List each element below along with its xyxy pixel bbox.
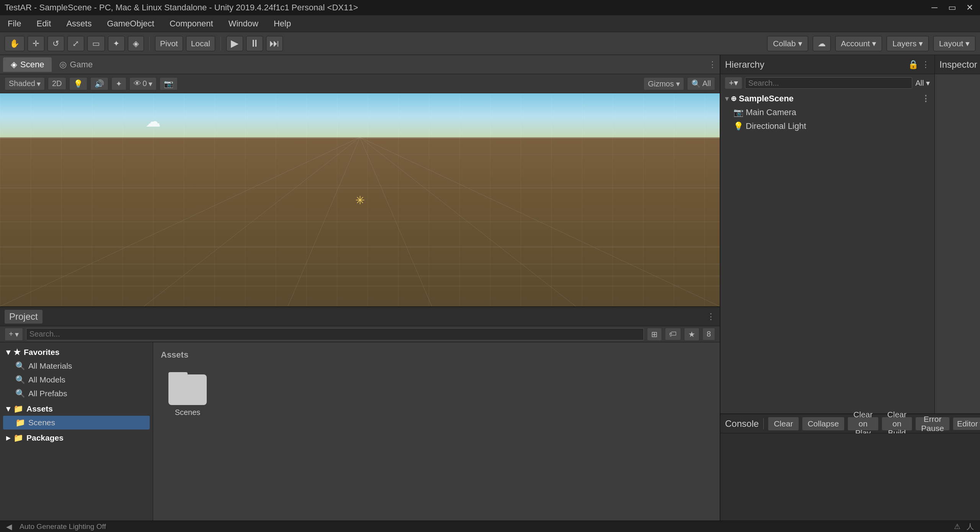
plus-icon: +	[9, 330, 13, 338]
tab-game[interactable]: ◎ Game	[52, 57, 100, 72]
hierarchy-all-label[interactable]: All ▾	[915, 78, 930, 88]
tab-project[interactable]: Project	[5, 310, 42, 324]
minimize-button[interactable]: ─	[929, 3, 940, 12]
console-clear-button[interactable]: Clear	[768, 417, 799, 431]
favorites-star-icon: ★	[13, 348, 21, 357]
favorites-section: ▾ ★ Favorites 🔍 All Materials 🔍 All Mode…	[3, 345, 150, 400]
menu-assets[interactable]: Assets	[63, 17, 95, 30]
assets-header-label: Assets	[161, 350, 712, 360]
search-icon-sm3: 🔍	[15, 389, 25, 398]
favorites-arrow-icon: ▾	[6, 348, 10, 357]
project-body: ▾ ★ Favorites 🔍 All Materials 🔍 All Mode…	[0, 342, 720, 521]
assets-section: ▾ 📁 Assets 📁 Scenes	[3, 402, 150, 430]
pivot-button[interactable]: Pivot	[155, 36, 183, 51]
pause-button[interactable]	[246, 36, 263, 51]
cloud-button[interactable]: ☁	[813, 36, 831, 51]
asset-item-scenes[interactable]: Scenes	[161, 372, 214, 417]
move-tool-button[interactable]: ✛	[28, 36, 44, 51]
main-toolbar: ✋ ✛ ↺ ⤢ ▭ ✦ ◈ Pivot Local Collab ▾ ☁ Acc…	[0, 32, 980, 55]
gizmos-button[interactable]: Gizmos ▾	[644, 77, 684, 90]
collab-button[interactable]: Collab ▾	[767, 36, 808, 51]
menu-help[interactable]: Help	[271, 17, 294, 30]
console-clear-on-play-button[interactable]: Clear on Play	[848, 417, 878, 431]
light-toggle[interactable]: 💡	[69, 77, 87, 90]
step-icon	[270, 37, 279, 49]
center-gizmo: ✳	[355, 193, 365, 207]
scene-more-icon[interactable]: ⋮	[921, 94, 930, 104]
hierarchy-directional-light[interactable]: 💡 Directional Light	[722, 119, 933, 133]
step-button[interactable]	[266, 36, 283, 51]
hand-tool-button[interactable]: ✋	[5, 36, 24, 51]
project-more-options[interactable]: ⋮	[707, 312, 715, 322]
hierarchy-more-icon[interactable]: ⋮	[921, 60, 930, 70]
console-clear-on-build-button[interactable]: Clear on Build	[882, 417, 913, 431]
shading-mode-dropdown[interactable]: Shaded	[5, 77, 45, 90]
inspector-body	[935, 74, 980, 413]
hierarchy-add-row: +▾ All ▾	[722, 76, 933, 90]
layers-button[interactable]: Layers ▾	[887, 36, 929, 51]
assets-folder-icon: 📁	[13, 404, 23, 413]
tab-scene[interactable]: ◈ Scene	[3, 57, 52, 72]
fx-toggle[interactable]: ✦	[111, 77, 126, 90]
sidebar-all-models[interactable]: 🔍 All Models	[3, 373, 150, 387]
audio-toggle[interactable]: 🔊	[90, 77, 108, 90]
layout-button[interactable]: Layout ▾	[933, 36, 975, 51]
scene-visibility[interactable]: 👁 2D 0	[129, 77, 157, 90]
menu-window[interactable]: Window	[225, 17, 261, 30]
transform-tool-button[interactable]: ✦	[108, 36, 125, 51]
scenes-folder-label: Scenes	[175, 408, 201, 417]
rotate-tool-button[interactable]: ↺	[47, 36, 64, 51]
hierarchy-inspector: Hierarchy 🔒 ⋮ +▾ All ▾ ▾	[720, 55, 980, 413]
game-tab-icon: ◎	[59, 60, 67, 70]
project-sidebar: ▾ ★ Favorites 🔍 All Materials 🔍 All Mode…	[0, 342, 153, 521]
console-collapse-button[interactable]: Collapse	[802, 417, 845, 431]
hierarchy-panel: Hierarchy 🔒 ⋮ +▾ All ▾ ▾	[720, 55, 935, 413]
project-filter-btn[interactable]: 🏷	[665, 328, 681, 340]
add-chevron-icon	[15, 330, 19, 339]
scene-icon: ⊕	[731, 94, 737, 103]
toolbar-right: Collab ▾ ☁ Account ▾ Layers ▾ Layout ▾	[767, 36, 975, 51]
scene-camera-settings[interactable]: 📷	[160, 77, 178, 90]
rect-tool-button[interactable]: ▭	[87, 36, 105, 51]
sidebar-favorites[interactable]: ▾ ★ Favorites	[3, 345, 150, 359]
status-bar: ◀ Auto Generate Lighting Off ⚠ 人	[0, 521, 980, 532]
account-button[interactable]: Account ▾	[835, 36, 882, 51]
hierarchy-search-input[interactable]	[745, 77, 912, 89]
local-button[interactable]: Local	[186, 36, 215, 51]
sidebar-packages[interactable]: ▸ 📁 Packages	[3, 431, 150, 445]
scene-viewport[interactable]: ☁ ✳	[0, 93, 720, 306]
2d-toggle[interactable]: 2D	[48, 77, 66, 90]
scene-expand-arrow-icon: ▾	[725, 94, 728, 103]
pause-icon	[250, 37, 260, 49]
console-error-pause-button[interactable]: Error Pause	[915, 417, 950, 431]
hierarchy-sample-scene[interactable]: ▾ ⊕ SampleScene ⋮	[722, 92, 933, 106]
project-search-input[interactable]	[26, 328, 644, 340]
menu-gameobject[interactable]: GameObject	[104, 17, 157, 30]
menu-component[interactable]: Component	[167, 17, 216, 30]
sidebar-assets[interactable]: ▾ 📁 Assets	[3, 402, 150, 416]
play-button[interactable]	[226, 36, 243, 51]
hierarchy-lock-icon[interactable]: 🔒	[908, 60, 918, 70]
hierarchy-title: Hierarchy	[725, 59, 764, 70]
menu-file[interactable]: File	[5, 17, 24, 30]
close-button[interactable]: ✕	[964, 3, 975, 12]
sidebar-scenes[interactable]: 📁 Scenes	[3, 416, 150, 430]
scale-tool-button[interactable]: ⤢	[67, 36, 84, 51]
packages-folder-icon: 📁	[13, 433, 23, 443]
menu-edit[interactable]: Edit	[33, 17, 54, 30]
user-status-icon: 人	[967, 522, 974, 532]
scenes-folder-icon: 📁	[15, 418, 25, 427]
custom-tool-button[interactable]: ◈	[128, 36, 144, 51]
project-add-button[interactable]: +	[5, 328, 23, 341]
hierarchy-main-camera[interactable]: 📷 Main Camera	[722, 106, 933, 119]
project-view-btn[interactable]: ⊞	[647, 328, 662, 341]
hierarchy-add-button[interactable]: +▾	[725, 77, 742, 89]
assets-arrow-icon: ▾	[6, 404, 10, 413]
sidebar-all-prefabs[interactable]: 🔍 All Prefabs	[3, 387, 150, 400]
maximize-button[interactable]: ▭	[946, 3, 958, 12]
sidebar-all-materials[interactable]: 🔍 All Materials	[3, 359, 150, 373]
project-star-btn[interactable]: ★	[684, 328, 699, 341]
scene-search[interactable]: 🔍 All	[687, 77, 715, 90]
console-editor-dropdown[interactable]: Editor ▾	[953, 417, 980, 430]
scene-more-options[interactable]: ⋮	[708, 60, 717, 70]
